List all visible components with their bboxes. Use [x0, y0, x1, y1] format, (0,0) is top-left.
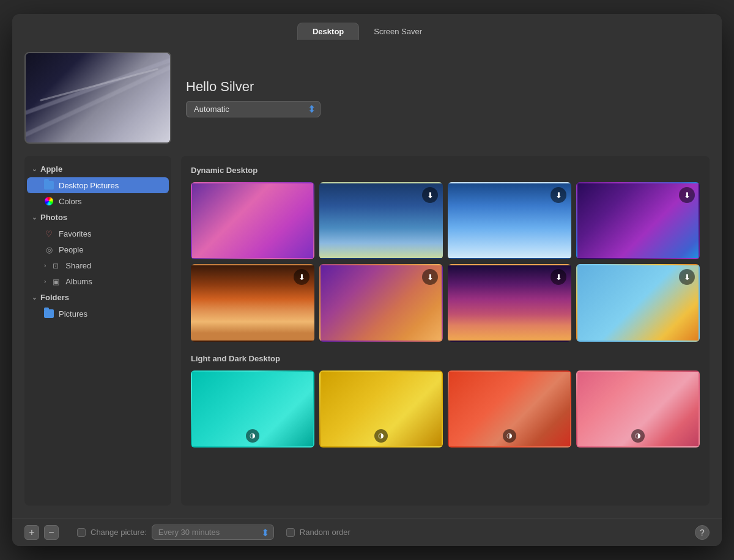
wallpaper-item-wp7[interactable]: ⬇: [448, 264, 571, 341]
sidebar-shared-label: Shared: [65, 261, 91, 270]
sidebar-item-shared[interactable]: Shared: [27, 257, 169, 273]
appearance-dropdown[interactable]: Automatic Light (Static) Dark (Static): [186, 101, 321, 117]
sidebar-colors-label: Colors: [59, 197, 82, 206]
sidebar-section-photos[interactable]: Photos: [24, 209, 171, 226]
preview-row: Hello Silver Automatic Light (Static) Da…: [24, 52, 710, 144]
light-dark-badge-ld3: ◑: [503, 429, 516, 443]
section-title-light-dark: Light and Dark Desktop: [191, 354, 700, 363]
light-dark-badge-ld2: ◑: [374, 429, 388, 443]
sidebar-section-photos-label: Photos: [40, 213, 67, 222]
dynamic-desktop-grid: ⬇ ⬇ ⬇ ⬇ ⬇: [191, 182, 700, 342]
preview-info: Hello Silver Automatic Light (Static) Da…: [186, 79, 321, 117]
interval-dropdown-wrapper: Every 5 seconds Every 1 minute Every 5 m…: [152, 525, 274, 540]
bottom-left: + −: [24, 525, 59, 540]
wallpaper-item-wp1[interactable]: [191, 182, 314, 259]
chevron-apple-icon: [32, 166, 37, 172]
wallpaper-item-wp4[interactable]: ⬇: [576, 182, 700, 259]
sidebar-section-folders-label: Folders: [40, 293, 69, 302]
download-badge-wp3: ⬇: [550, 187, 566, 203]
sidebar-favorites-label: Favorites: [59, 229, 91, 238]
download-badge-wp4: ⬇: [679, 187, 695, 203]
wallpaper-item-wp2[interactable]: ⬇: [319, 182, 443, 259]
pictures-folder-icon: [44, 309, 54, 319]
download-badge-wp6: ⬇: [422, 269, 438, 285]
download-badge-wp5: ⬇: [294, 269, 310, 285]
wallpaper-item-wp8[interactable]: ⬇: [576, 264, 700, 341]
sidebar-item-people[interactable]: People: [27, 241, 169, 257]
random-order-checkbox[interactable]: [286, 528, 295, 537]
add-button[interactable]: +: [24, 525, 39, 540]
sidebar-section-folders[interactable]: Folders: [24, 289, 171, 306]
sidebar-section-apple[interactable]: Apple: [24, 161, 171, 177]
help-button[interactable]: ?: [695, 525, 710, 540]
body-row: Apple Desktop Pictures Colors: [24, 156, 710, 506]
section-title-dynamic: Dynamic Desktop: [191, 166, 700, 175]
wallpaper-name: Hello Silver: [186, 79, 321, 95]
color-wheel-icon: [44, 196, 54, 206]
change-picture-checkbox[interactable]: [77, 528, 86, 537]
content-area: Hello Silver Automatic Light (Static) Da…: [12, 40, 722, 518]
main-area: Hello Silver Automatic Light (Static) Da…: [24, 52, 710, 506]
sidebar-pictures-label: Pictures: [59, 309, 87, 319]
wallpaper-item-wp3[interactable]: ⬇: [448, 182, 571, 259]
wallpaper-item-wp6[interactable]: ⬇: [319, 264, 443, 341]
tab-desktop[interactable]: Desktop: [297, 23, 359, 40]
bottom-bar: + − Change picture: Every 5 seconds Ever…: [12, 518, 722, 546]
heart-icon: [44, 229, 54, 238]
sidebar-desktop-pictures-label: Desktop Pictures: [59, 181, 119, 190]
wallpaper-area: Dynamic Desktop ⬇ ⬇ ⬇ ⬇: [181, 156, 710, 506]
change-picture-label: Change picture:: [91, 528, 147, 537]
desktop-screensaver-window: Desktop Screen Saver Hello Silver Automa…: [12, 14, 722, 546]
sidebar-item-favorites[interactable]: Favorites: [27, 226, 169, 241]
sidebar-item-desktop-pictures[interactable]: Desktop Pictures: [27, 177, 169, 193]
download-badge-wp8: ⬇: [679, 269, 695, 285]
sidebar-item-albums[interactable]: Albums: [27, 273, 169, 289]
light-dark-badge-ld4: ◑: [631, 429, 645, 443]
light-dark-badge-ld1: ◑: [246, 429, 259, 443]
chevron-albums-icon: [44, 278, 46, 285]
sidebar-item-colors[interactable]: Colors: [27, 193, 169, 209]
auto-dropdown-wrapper: Automatic Light (Static) Dark (Static) ⬍: [186, 101, 321, 117]
wallpaper-item-ld4[interactable]: ◑: [576, 370, 700, 448]
change-picture-row: Change picture: Every 5 seconds Every 1 …: [77, 525, 274, 540]
person-icon: [44, 245, 54, 254]
wallpaper-item-wp5[interactable]: ⬇: [191, 264, 314, 341]
remove-button[interactable]: −: [44, 525, 59, 540]
sidebar: Apple Desktop Pictures Colors: [24, 156, 171, 506]
random-order-row: Random order: [286, 528, 350, 537]
chevron-folders-icon: [32, 294, 37, 301]
wallpaper-item-ld2[interactable]: ◑: [319, 370, 443, 448]
sidebar-albums-label: Albums: [65, 277, 92, 286]
albums-icon: [51, 276, 61, 286]
interval-dropdown[interactable]: Every 5 seconds Every 1 minute Every 5 m…: [152, 525, 274, 540]
download-badge-wp2: ⬇: [422, 187, 438, 203]
sidebar-people-label: People: [59, 245, 83, 254]
download-badge-wp7: ⬇: [550, 269, 566, 285]
chevron-photos-icon: [32, 214, 37, 221]
folder-icon: [44, 180, 54, 190]
sidebar-item-pictures[interactable]: Pictures: [27, 306, 169, 322]
light-dark-grid: ◑ ◑ ◑ ◑: [191, 370, 700, 448]
wallpaper-item-ld3[interactable]: ◑: [448, 370, 571, 448]
tab-bar: Desktop Screen Saver: [12, 14, 722, 40]
bottom-center: Change picture: Every 5 seconds Every 1 …: [59, 525, 695, 540]
wallpaper-item-ld1[interactable]: ◑: [191, 370, 314, 448]
preview-image: [26, 53, 170, 142]
sidebar-section-apple-label: Apple: [40, 164, 62, 174]
random-order-label: Random order: [300, 528, 350, 537]
chevron-shared-icon: [44, 262, 46, 269]
tab-screensaver[interactable]: Screen Saver: [359, 23, 437, 40]
wallpaper-preview: [24, 52, 171, 144]
shared-icon: [51, 260, 61, 270]
